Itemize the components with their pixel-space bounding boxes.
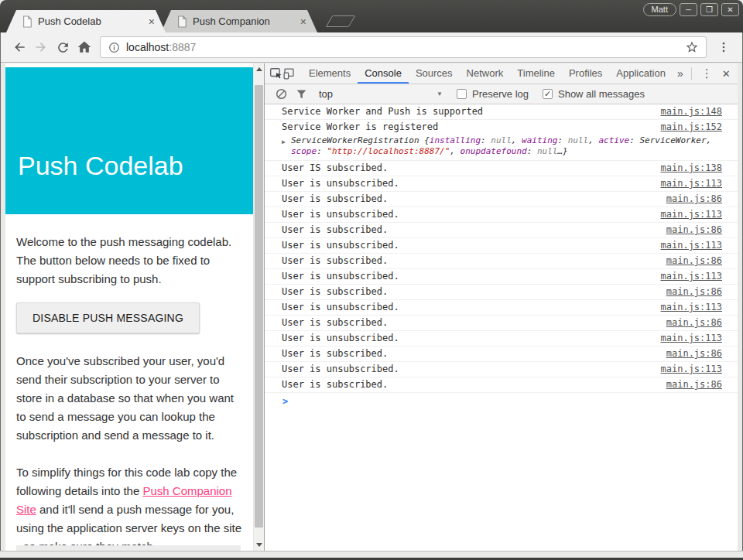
- console-source-link[interactable]: main.js:86: [657, 318, 722, 328]
- console-source-link[interactable]: main.js:113: [652, 271, 722, 282]
- inspect-cursor-icon: [269, 67, 282, 80]
- console-message: User is unsubscribed.main.js:113: [265, 300, 738, 316]
- console-output[interactable]: Service Worker and Push is supportedmain…: [265, 104, 738, 551]
- show-all-messages-checkbox[interactable]: ✓: [543, 89, 553, 99]
- console-toolbar: top ▼ Preserve log ✓ Show all messages: [265, 84, 738, 104]
- console-message-text: User is subscribed.: [282, 349, 388, 359]
- console-source-link[interactable]: main.js:113: [652, 241, 722, 251]
- home-icon: [77, 39, 92, 55]
- clear-console-button[interactable]: [271, 84, 291, 104]
- forward-button[interactable]: [30, 36, 52, 58]
- inspect-element-button[interactable]: [269, 63, 282, 84]
- reload-button[interactable]: [52, 36, 74, 58]
- console-source-link[interactable]: main.js:86: [657, 256, 722, 266]
- preserve-log-group[interactable]: Preserve log: [457, 88, 529, 100]
- kebab-menu-icon: [717, 40, 731, 54]
- console-message: User is subscribed.main.js:86: [265, 316, 738, 331]
- forward-icon: [33, 39, 49, 55]
- content-area: Push Codelab Welcome to the push messagi…: [5, 63, 738, 551]
- back-icon: [12, 39, 27, 55]
- console-message: User is subscribed.main.js:86: [265, 347, 738, 362]
- details-code-box[interactable]: [16, 545, 241, 551]
- console-message-text: Service Worker and Push is supported: [282, 107, 483, 117]
- execution-context-selector[interactable]: top ▼: [319, 88, 443, 100]
- console-message-text: User IS subscribed.: [282, 163, 388, 173]
- preserve-log-label: Preserve log: [472, 88, 529, 100]
- disable-push-button[interactable]: DISABLE PUSH MESSAGING: [16, 302, 200, 333]
- subscription-paragraph: Once you've subscribed your user, you'd …: [16, 352, 242, 445]
- console-source-link[interactable]: main.js:113: [652, 333, 722, 343]
- back-button[interactable]: [9, 36, 30, 58]
- tab-title: Push Codelab: [38, 15, 101, 27]
- web-page: Push Codelab Welcome to the push messagi…: [5, 63, 253, 551]
- console-message: Service Worker is registeredmain.js:152: [265, 120, 738, 135]
- preserve-log-checkbox[interactable]: [457, 89, 467, 99]
- browser-window: Matt ─ ❐ ✕ Push Codelab × Push Companion: [0, 0, 743, 560]
- console-message-text: User is subscribed.: [282, 256, 388, 266]
- page-scrollbar[interactable]: [253, 63, 264, 551]
- console-source-link[interactable]: main.js:86: [657, 380, 722, 390]
- browser-menu-button[interactable]: [713, 36, 734, 58]
- tab-push-companion[interactable]: Push Companion ×: [161, 10, 317, 32]
- console-source-link[interactable]: main.js:86: [657, 225, 722, 235]
- tab-push-codelab[interactable]: Push Codelab ×: [6, 10, 166, 32]
- console-source-link[interactable]: main.js:113: [652, 210, 722, 220]
- address-bar[interactable]: localhost:8887: [100, 36, 707, 58]
- console-message: User is unsubscribed.main.js:113: [265, 362, 738, 377]
- console-message: User is subscribed.main.js:86: [265, 223, 738, 238]
- titlebar: Matt ─ ❐ ✕ Push Codelab × Push Companion: [0, 0, 743, 32]
- console-source-link[interactable]: main.js:113: [652, 302, 722, 312]
- console-message: User is subscribed.main.js:86: [265, 377, 738, 393]
- console-message-text: User is unsubscribed.: [282, 333, 399, 343]
- show-all-messages-group[interactable]: ✓ Show all messages: [543, 88, 645, 100]
- devtools-tabs: ElementsConsoleSourcesNetworkTimelinePro…: [302, 63, 673, 84]
- devtools-tab-application[interactable]: Application: [609, 63, 673, 84]
- url-text: localhost:8887: [126, 41, 196, 53]
- console-source-link[interactable]: main.js:113: [652, 364, 722, 374]
- devtools-close-button[interactable]: ✕: [719, 68, 737, 80]
- console-source-link[interactable]: main.js:113: [652, 179, 722, 189]
- console-message-text: User is unsubscribed.: [282, 302, 399, 312]
- console-message: User is unsubscribed.main.js:113: [265, 331, 738, 347]
- console-message-text: User is unsubscribed.: [282, 179, 399, 189]
- window-frame-left: [0, 32, 1, 560]
- tab-close-icon[interactable]: ×: [146, 16, 158, 27]
- scroll-down-arrow[interactable]: [254, 539, 265, 551]
- console-message: User IS subscribed.main.js:138: [265, 161, 738, 176]
- console-message-text: User is unsubscribed.: [282, 364, 399, 374]
- bookmark-star-button[interactable]: [685, 40, 699, 54]
- console-message: User is unsubscribed.main.js:113: [265, 269, 738, 285]
- devtools-tab-elements[interactable]: Elements: [302, 63, 358, 84]
- console-source-link[interactable]: main.js:86: [657, 194, 722, 204]
- devtools-tab-console[interactable]: Console: [358, 63, 409, 84]
- devtools-tab-timeline[interactable]: Timeline: [510, 63, 562, 84]
- new-tab-button[interactable]: [326, 15, 356, 27]
- console-source-link[interactable]: main.js:86: [657, 287, 722, 297]
- console-source-link[interactable]: main.js:152: [652, 122, 722, 132]
- console-message-text: User is unsubscribed.: [282, 271, 399, 282]
- device-toolbar-button[interactable]: [282, 63, 296, 84]
- scrollbar-thumb[interactable]: [255, 85, 263, 528]
- expand-arrow-icon[interactable]: ▶: [282, 137, 286, 148]
- console-source-link[interactable]: main.js:148: [652, 107, 722, 117]
- more-tabs-chevron[interactable]: »: [673, 67, 688, 80]
- page-icon: [176, 15, 187, 28]
- tab-close-icon[interactable]: ×: [297, 16, 310, 27]
- console-prompt[interactable]: >: [265, 393, 738, 409]
- console-object-preview[interactable]: ▶ServiceWorkerRegistration {installing: …: [265, 135, 738, 161]
- devtools-tab-profiles[interactable]: Profiles: [562, 63, 609, 84]
- devtools-tab-network[interactable]: Network: [460, 63, 511, 84]
- console-message-text: User is unsubscribed.: [282, 241, 399, 251]
- console-source-link[interactable]: main.js:138: [652, 163, 722, 173]
- page-hero: Push Codelab: [5, 67, 253, 214]
- console-source-link[interactable]: main.js:86: [657, 349, 722, 359]
- home-button[interactable]: [74, 36, 95, 58]
- star-icon: [685, 40, 699, 54]
- scroll-up-arrow[interactable]: [254, 63, 265, 75]
- console-message-text: Service Worker is registered: [282, 122, 438, 132]
- devtools-menu-button[interactable]: ⋮: [695, 67, 719, 80]
- filter-button[interactable]: [291, 84, 311, 104]
- intro-paragraph: Welcome to the push messaging codelab. T…: [16, 233, 242, 289]
- site-info-icon[interactable]: [108, 41, 121, 54]
- devtools-tab-sources[interactable]: Sources: [409, 63, 460, 84]
